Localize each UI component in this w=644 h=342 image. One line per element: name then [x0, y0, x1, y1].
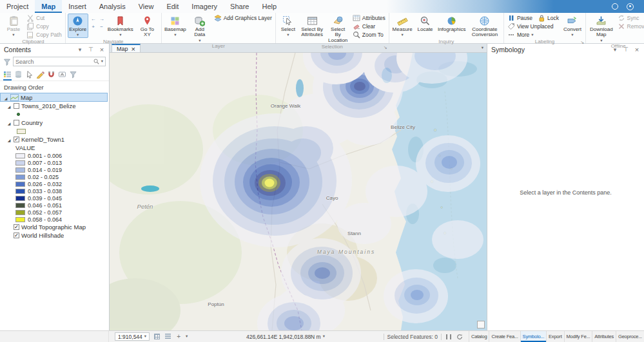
legend-item[interactable]: 0.007 - 0.013 — [0, 159, 109, 166]
cut-button[interactable]: Cut — [25, 14, 63, 22]
remove-button[interactable]: Remove — [616, 23, 644, 30]
pane-tab-create-features[interactable]: Create Fea... — [489, 331, 520, 342]
tree-item-world-topographic[interactable]: World Topographic Map — [0, 223, 109, 231]
ribbon-tab-edit[interactable]: Edit — [160, 0, 185, 13]
list-by-selection-icon[interactable] — [25, 70, 34, 81]
crosshair-icon[interactable] — [175, 333, 182, 341]
map-document-tab[interactable]: Map — [112, 44, 141, 52]
zoom-to-button[interactable]: Zoom To — [351, 31, 387, 39]
tree-item-kernel-layer[interactable]: KernelD_Town1 — [0, 135, 109, 144]
ribbon-tab-share[interactable]: Share — [224, 0, 255, 13]
fixed-zoom-out-icon[interactable]: − — [98, 23, 106, 30]
dialog-launcher-icon[interactable] — [384, 45, 387, 50]
copy-path-button[interactable]: Copy Path — [25, 31, 63, 39]
bookmarks-button[interactable]: Bookmarks — [107, 14, 134, 38]
basemap-button[interactable]: Basemap — [164, 14, 187, 38]
sync-button[interactable]: Sync — [616, 14, 644, 22]
legend-item[interactable]: 0.001 - 0.006 — [0, 152, 109, 159]
map-scale-input[interactable]: 1:910,544 — [115, 332, 150, 341]
explore-button[interactable]: Explore — [68, 14, 88, 38]
view-unplaced-button[interactable]: View Unplaced — [506, 23, 560, 30]
expand-arrow-icon[interactable] — [3, 94, 8, 101]
select-by-location-button[interactable]: Select By Location — [326, 14, 350, 44]
search-input[interactable] — [15, 59, 92, 65]
select-button[interactable]: Select — [278, 14, 298, 38]
list-by-editing-icon[interactable] — [36, 70, 44, 81]
pane-tab-modify-features[interactable]: Modify Fe... — [564, 331, 592, 342]
pane-tab-symbology[interactable]: Symbolo... — [520, 331, 546, 342]
next-extent-icon[interactable]: → — [98, 15, 106, 23]
expand-arrow-icon[interactable] — [6, 119, 12, 126]
ribbon-tab-analysis[interactable]: Analysis — [93, 0, 132, 13]
add-graphics-layer-button[interactable]: Add Graphics Layer — [213, 14, 273, 22]
tree-item-towns-layer[interactable]: Towns_2010_Belize — [0, 102, 109, 110]
legend-item[interactable]: 0.058 - 0.064 — [0, 216, 109, 223]
map-overview-button[interactable] — [477, 321, 485, 328]
towns-symbol-row[interactable] — [0, 110, 109, 119]
pane-tab-geoprocessing[interactable]: Geoproce... — [616, 331, 644, 342]
expand-arrow-icon[interactable] — [6, 102, 12, 109]
pause-drawing-icon[interactable] — [445, 333, 453, 341]
select-by-attributes-button[interactable]: Select By Attributes — [300, 14, 325, 39]
more-labeling-button[interactable]: More — [506, 31, 560, 39]
tree-item-map[interactable]: Map — [0, 93, 108, 102]
pane-tab-catalog[interactable]: Catalog — [469, 331, 489, 342]
legend-item[interactable]: 0.033 - 0.038 — [0, 187, 109, 195]
tree-item-world-hillshade[interactable]: World Hillshade — [0, 231, 109, 240]
legend-item[interactable]: 0.052 - 0.057 — [0, 209, 109, 216]
ribbon-tab-imagery[interactable]: Imagery — [185, 0, 224, 13]
close-icon[interactable] — [99, 46, 105, 53]
list-by-labeling-icon[interactable] — [58, 70, 66, 81]
filter-options-icon[interactable] — [69, 70, 77, 81]
pause-labeling-button[interactable]: Pause — [506, 14, 534, 22]
coordinate-conversion-button[interactable]: Coordinate Conversion — [468, 14, 502, 39]
copy-button[interactable]: Copy — [25, 23, 63, 30]
expand-arrow-icon[interactable] — [6, 136, 12, 143]
ribbon-tab-insert[interactable]: Insert — [62, 0, 93, 13]
pane-menu-icon[interactable] — [77, 46, 83, 53]
coordinates-display[interactable]: 426,661.14E 1,942,018.88N m — [246, 334, 325, 340]
grid-icon[interactable] — [153, 333, 161, 341]
country-symbol-row[interactable] — [0, 127, 109, 135]
infographics-button[interactable]: Infographics — [437, 14, 467, 33]
chevron-down-icon[interactable] — [101, 59, 103, 64]
ribbon-tab-view[interactable]: View — [132, 0, 161, 13]
refresh-icon[interactable] — [456, 333, 463, 341]
legend-item[interactable]: 0.039 - 0.045 — [0, 195, 109, 202]
download-map-button[interactable]: Download Map — [588, 14, 615, 43]
account-icon[interactable] — [627, 3, 634, 10]
previous-extent-icon[interactable]: ← — [90, 15, 97, 23]
list-icon[interactable] — [164, 333, 171, 341]
legend-item[interactable]: 0.02 - 0.025 — [0, 173, 109, 180]
go-to-xy-button[interactable]: Go To XY — [135, 14, 159, 39]
pin-icon[interactable] — [88, 46, 94, 53]
notifications-icon[interactable] — [612, 3, 618, 10]
ribbon-tab-help[interactable]: Help — [255, 0, 283, 13]
measure-button[interactable]: Measure — [391, 14, 414, 38]
legend-item[interactable]: 0.026 - 0.032 — [0, 180, 109, 187]
search-icon[interactable] — [93, 59, 99, 64]
paste-button[interactable]: Paste — [3, 14, 24, 38]
dialog-launcher-icon[interactable] — [580, 40, 584, 45]
list-by-data-source-icon[interactable] — [14, 70, 23, 81]
layer-checkbox[interactable] — [14, 224, 19, 230]
point-symbol[interactable] — [17, 113, 20, 116]
fixed-zoom-in-icon[interactable]: + — [90, 23, 97, 30]
list-by-drawing-order-icon[interactable] — [3, 70, 12, 81]
layer-checkbox[interactable] — [14, 103, 19, 109]
convert-labels-button[interactable]: Convert — [561, 14, 583, 38]
attributes-button[interactable]: Attributes — [351, 14, 387, 22]
layer-checkbox[interactable] — [14, 233, 19, 238]
map-view[interactable]: Orange Walk Belize City Cayo Stann Maya … — [110, 53, 487, 330]
legend-item[interactable]: 0.046 - 0.051 — [0, 202, 109, 209]
list-by-snapping-icon[interactable] — [47, 70, 55, 81]
chevron-down-icon[interactable] — [482, 46, 483, 50]
clear-button[interactable]: Clear — [351, 23, 387, 30]
locate-button[interactable]: Locate — [415, 14, 436, 33]
polygon-symbol[interactable] — [17, 129, 26, 134]
pane-tab-attributes[interactable]: Attributes — [592, 331, 616, 342]
pane-tab-export[interactable]: Export — [546, 331, 563, 342]
close-icon[interactable] — [132, 45, 135, 53]
ribbon-tab-map[interactable]: Map — [35, 0, 62, 13]
ribbon-tab-project[interactable]: Project — [0, 0, 35, 13]
